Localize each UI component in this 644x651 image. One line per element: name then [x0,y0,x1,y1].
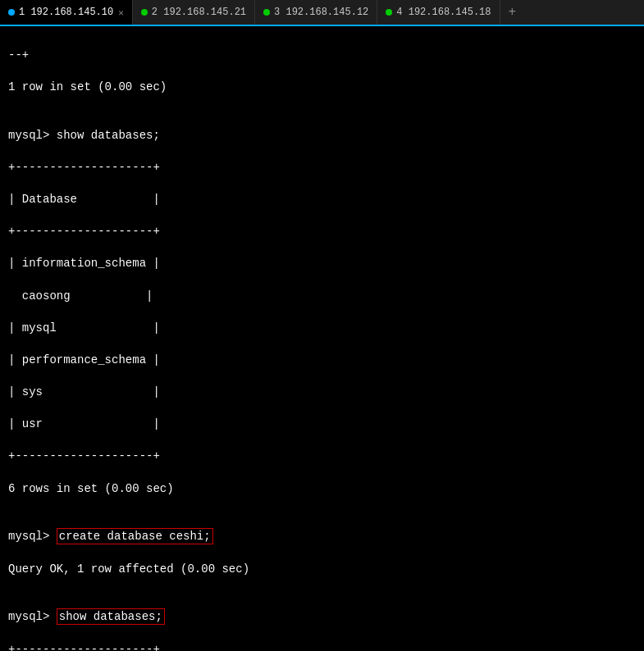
tab-4[interactable]: 4 192.168.145.18 [377,0,500,25]
tab-1-dot [8,9,15,16]
terminal-line-12: | sys | [8,385,160,398]
tab-2-label: 2 192.168.145.21 [152,7,246,18]
terminal-line-8: | information_schema | [8,257,160,270]
terminal-area: --+ 1 row in set (0.00 sec) mysql> show … [0,26,644,651]
terminal-line-13: | usr | [8,417,160,430]
tab-1-close[interactable]: ✕ [118,7,124,18]
show-db-command-highlight: show databases; [57,608,165,625]
terminal-line-1: --+ [8,48,29,61]
tab-2-dot [141,9,148,16]
tab-2[interactable]: 2 192.168.145.21 [133,0,255,25]
terminal-line-7: +--------------------+ [8,225,160,238]
terminal-line-11: | performance_schema | [8,353,160,366]
terminal-line-17: mysql> create database ceshi; [8,528,213,544]
tab-1-label: 1 192.168.145.10 [19,7,113,18]
tab-3-dot [263,9,270,16]
create-db-command-highlight: create database ceshi; [57,528,213,544]
terminal-line-4: mysql> show databases; [8,129,160,142]
terminal-line-15: 6 rows in set (0.00 sec) [8,482,174,495]
terminal-line-2: 1 row in set (0.00 sec) [8,80,167,93]
tab-4-dot [386,9,392,16]
terminal-line-14: +--------------------+ [8,449,160,462]
tab-3-label: 3 192.168.145.12 [274,7,368,18]
tab-1[interactable]: 1 192.168.145.10 ✕ [0,0,133,25]
terminal-line-20: mysql> show databases; [8,608,165,625]
tab-bar: 1 192.168.145.10 ✕ 2 192.168.145.21 3 19… [0,0,644,26]
terminal-line-9: caosong | [8,289,153,303]
terminal-line-6: | Database | [8,193,160,206]
terminal-line-18: Query OK, 1 row affected (0.00 sec) [8,562,249,576]
tab-3[interactable]: 3 192.168.145.12 [255,0,377,25]
terminal-line-5: +--------------------+ [8,161,160,174]
tab-4-label: 4 192.168.145.18 [396,7,491,18]
terminal-line-21: +--------------------+ [8,643,160,651]
terminal-line-10: | mysql | [8,321,160,335]
add-tab-button[interactable]: + [500,0,525,25]
